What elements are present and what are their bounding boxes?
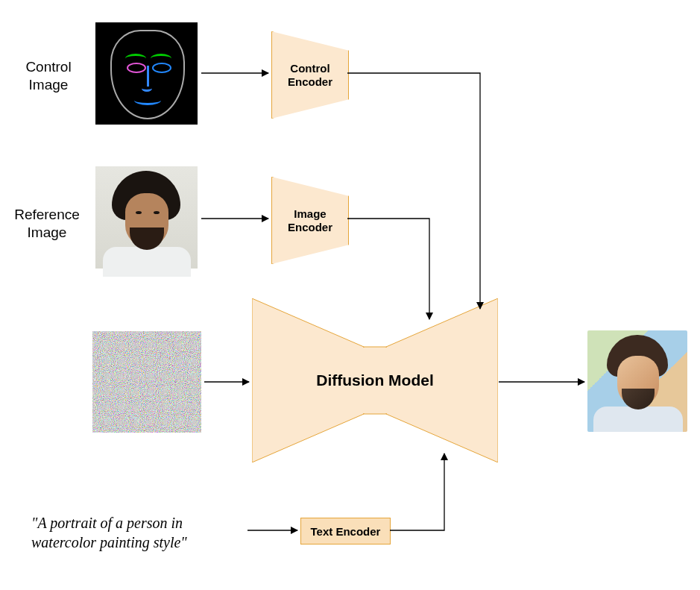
image-encoder-label: ImageEncoder bbox=[288, 207, 332, 234]
control-image-thumbnail bbox=[95, 22, 198, 125]
text-encoder-block: Text Encoder bbox=[300, 518, 391, 545]
ref-shirt-icon bbox=[103, 247, 191, 277]
control-encoder-block: ControlEncoder bbox=[271, 31, 349, 119]
arrow-text-encoder-to-diffusion bbox=[390, 454, 444, 530]
image-encoder-block: ImageEncoder bbox=[271, 177, 349, 264]
svg-rect-0 bbox=[92, 331, 201, 433]
ref-left-eye-icon bbox=[136, 211, 142, 214]
text-encoder-label: Text Encoder bbox=[311, 525, 381, 538]
diffusion-model-block: Diffusion Model bbox=[252, 298, 498, 462]
ref-right-eye-icon bbox=[154, 211, 160, 214]
reference-image-label: ReferenceImage bbox=[6, 206, 88, 242]
nose-bridge-icon bbox=[147, 66, 149, 87]
control-image-label: ControlImage bbox=[16, 58, 81, 94]
control-encoder-label: ControlEncoder bbox=[288, 62, 332, 89]
nose-base-icon bbox=[142, 85, 152, 92]
output-image-thumbnail bbox=[587, 330, 687, 432]
mouth-icon bbox=[134, 95, 161, 105]
diffusion-model-label: Diffusion Model bbox=[252, 298, 498, 462]
prompt-text: "A portrait of a person inwatercolor pai… bbox=[31, 513, 255, 552]
noise-image-thumbnail bbox=[92, 331, 201, 433]
arrow-control-encoder-to-diffusion bbox=[347, 73, 480, 309]
right-eye-icon bbox=[152, 63, 171, 73]
reference-image-thumbnail bbox=[95, 166, 198, 269]
out-shirt-icon bbox=[593, 407, 683, 432]
left-eye-icon bbox=[127, 63, 146, 73]
